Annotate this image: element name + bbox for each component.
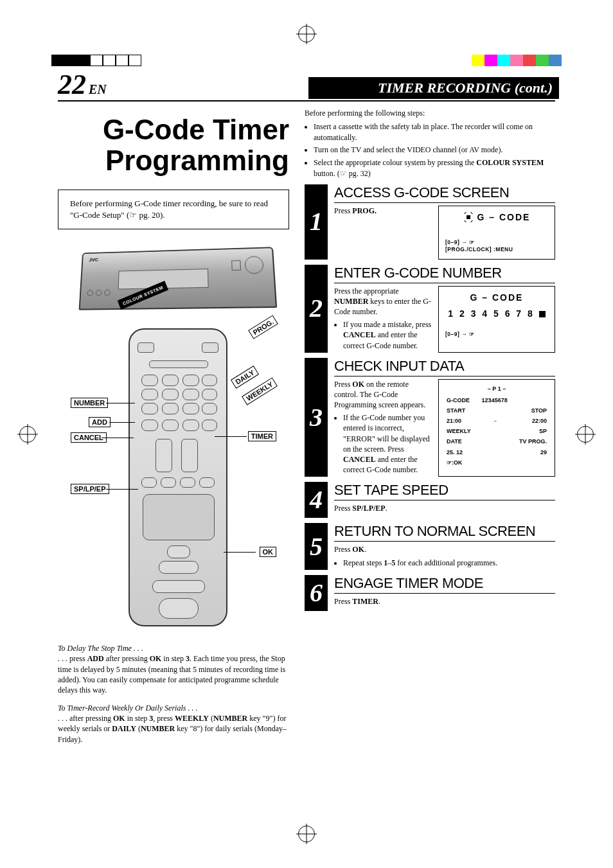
pre-bullet: Select the appropriate colour system by … [314,157,555,179]
step-4: 4SET TAPE SPEEDPress SP/LP/EP. [305,482,555,518]
stop-icon [539,311,546,317]
step-number: 2 [305,265,328,353]
step-title: RETURN TO NORMAL SCREEN [334,523,555,542]
step-content: Press SP/LP/EP. [334,503,555,513]
step-text: Press OK.Repeat steps 1–5 for each addit… [334,544,555,569]
right-column: Before performing the following steps: I… [305,108,555,752]
step-5: 5RETURN TO NORMAL SCREENPress OK.Repeat … [305,523,555,569]
pre-bullet: Insert a cassette with the safety tab in… [314,121,555,143]
page-number-block: 22 EN [58,71,107,99]
step-title: SET TAPE SPEED [334,482,555,500]
tip-serials-body: . . . after pressing OK in step 3, press… [58,714,287,743]
tip-delay-heading: To Delay The Stop Time . . . [58,644,143,653]
registration-mark-bottom [298,826,315,842]
step-3: 3CHECK INPUT DATAPress OK on the remote … [305,358,555,477]
step-text: Press TIMER. [334,596,555,607]
tip-serials-heading: To Timer-Record Weekly Or Daily Serials … [58,704,197,713]
main-title-line2: Programming [105,145,289,176]
osd-panel: – P 1 –G-CODE12345678STARTSTOP21:00→22:0… [438,379,555,477]
label-splpep: SP/LP/EP [71,484,109,494]
pre-intro: Before performing the following steps: [305,109,425,118]
intro-box: Before performing G-Code timer recording… [58,190,289,229]
step-number: 5 [305,523,328,569]
left-column: G-Code Timer Programming Before performi… [58,108,289,752]
label-daily: DAILY [231,366,259,389]
step-6: 6ENGAGE TIMER MODEPress TIMER. [305,575,555,611]
label-ok: OK [260,547,277,557]
label-prog: PROG. [248,315,278,339]
page-language: EN [89,83,107,96]
step-body: CHECK INPUT DATAPress OK on the remote c… [328,358,555,477]
step-body: SET TAPE SPEEDPress SP/LP/EP. [328,482,555,518]
step-number: 6 [305,575,328,611]
step-number: 4 [305,482,328,518]
main-title-line1: G-Code Timer [103,114,289,145]
step-body: ACCESS G-CODE SCREENPress PROG.G – CODE[… [328,184,555,260]
step-content: Press OK on the remote control. The G-Co… [334,379,555,477]
label-timer: TIMER [248,431,276,441]
vcr-brand: JVC [89,257,98,263]
step-title: ENTER G-CODE NUMBER [334,265,555,283]
section-title: TIMER RECORDING (cont.) [308,77,559,99]
step-body: ENGAGE TIMER MODEPress TIMER. [328,575,555,611]
page-header: 22 EN TIMER RECORDING (cont.) [58,71,555,102]
pre-steps: Before performing the following steps: I… [305,108,555,179]
step-body: ENTER G-CODE NUMBERPress the appropriate… [328,265,555,353]
step-content: Press OK.Repeat steps 1–5 for each addit… [334,544,555,569]
step-title: CHECK INPUT DATA [334,358,555,376]
osd-panel: G – CODE[0–9] → ☞[PROG./CLOCK] :MENU [438,206,555,260]
satellite-icon [463,212,474,222]
tips-block: To Delay The Stop Time . . . . . . press… [58,643,289,745]
tip-delay-body: . . . press ADD after pressing OK in ste… [58,654,285,695]
step-2: 2ENTER G-CODE NUMBERPress the appropriat… [305,265,555,353]
step-text: Press OK on the remote control. The G-Co… [334,379,432,477]
step-title: ENGAGE TIMER MODE [334,575,555,594]
registration-mark-left [19,426,36,443]
color-bars-right [472,55,562,66]
step-content: Press the appropriate NUMBER keys to ent… [334,286,555,353]
step-1: 1ACCESS G-CODE SCREENPress PROG.G – CODE… [305,184,555,260]
step-number: 1 [305,184,328,260]
step-text: Press the appropriate NUMBER keys to ent… [334,286,432,353]
color-bars-left [51,55,141,66]
page-number: 22 [58,71,86,99]
registration-mark-right [577,426,594,443]
remote-illustration: PROG. DAILY WEEKLY NUMBER ADD CANCEL TIM… [71,322,276,630]
step-body: RETURN TO NORMAL SCREENPress OK.Repeat s… [328,523,555,569]
step-content: Press PROG.G – CODE[0–9] → ☞[PROG./CLOCK… [334,206,555,260]
registration-mark-top [298,26,315,42]
osd-panel: G – CODE1 2 3 4 5 6 7 8 [0–9] → ☞ [438,286,555,353]
step-content: Press TIMER. [334,596,555,607]
page-content: 22 EN TIMER RECORDING (cont.) G-Code Tim… [58,71,555,810]
label-add: ADD [89,417,111,427]
main-title: G-Code Timer Programming [58,114,289,177]
step-title: ACCESS G-CODE SCREEN [334,184,555,203]
label-number: NUMBER [71,398,108,408]
step-text: Press PROG. [334,206,432,260]
vcr-illustration: JVC COLOUR SYSTEM [77,249,270,309]
step-number: 3 [305,358,328,477]
pre-bullet: Turn on the TV and select the VIDEO chan… [314,145,555,155]
step-text: Press SP/LP/EP. [334,503,555,513]
